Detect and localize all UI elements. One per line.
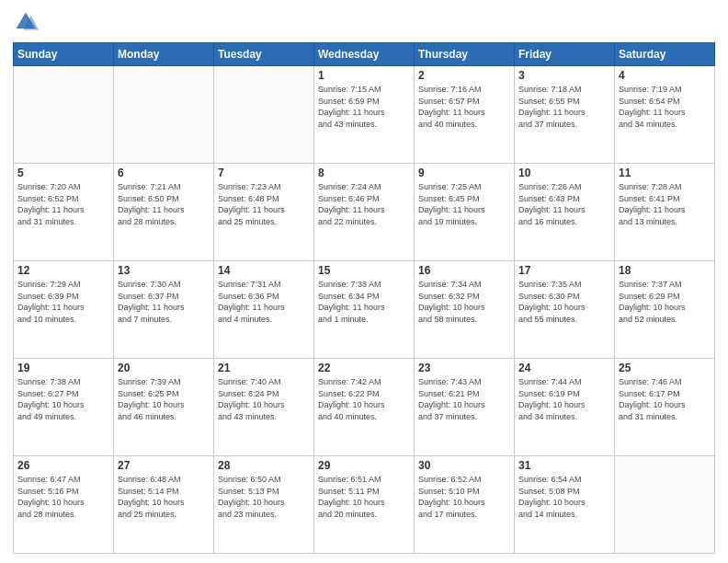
calendar-cell: 7Sunrise: 7:23 AM Sunset: 6:48 PM Daylig… bbox=[214, 164, 314, 261]
day-info: Sunrise: 7:16 AM Sunset: 6:57 PM Dayligh… bbox=[418, 84, 510, 130]
calendar-cell: 23Sunrise: 7:43 AM Sunset: 6:21 PM Dayli… bbox=[415, 359, 515, 456]
calendar-cell: 21Sunrise: 7:40 AM Sunset: 6:24 PM Dayli… bbox=[214, 359, 314, 456]
day-info: Sunrise: 7:33 AM Sunset: 6:34 PM Dayligh… bbox=[318, 279, 410, 325]
day-number: 4 bbox=[619, 69, 711, 82]
day-info: Sunrise: 7:31 AM Sunset: 6:36 PM Dayligh… bbox=[218, 279, 310, 325]
day-number: 17 bbox=[518, 264, 610, 277]
weekday-header-monday: Monday bbox=[114, 43, 214, 66]
calendar-week-row: 12Sunrise: 7:29 AM Sunset: 6:39 PM Dayli… bbox=[14, 261, 715, 359]
day-number: 12 bbox=[17, 264, 109, 277]
calendar-cell: 24Sunrise: 7:44 AM Sunset: 6:19 PM Dayli… bbox=[515, 359, 615, 456]
calendar-cell: 22Sunrise: 7:42 AM Sunset: 6:22 PM Dayli… bbox=[314, 359, 415, 456]
day-number: 15 bbox=[318, 264, 410, 277]
day-number: 19 bbox=[17, 362, 109, 374]
logo-icon bbox=[13, 9, 39, 35]
day-number: 23 bbox=[418, 362, 510, 374]
day-info: Sunrise: 7:43 AM Sunset: 6:21 PM Dayligh… bbox=[418, 376, 510, 422]
calendar-cell: 3Sunrise: 7:18 AM Sunset: 6:55 PM Daylig… bbox=[515, 66, 615, 164]
day-number: 2 bbox=[418, 69, 510, 82]
calendar-cell: 17Sunrise: 7:35 AM Sunset: 6:30 PM Dayli… bbox=[515, 261, 615, 359]
day-info: Sunrise: 6:51 AM Sunset: 5:11 PM Dayligh… bbox=[318, 474, 410, 520]
day-number: 26 bbox=[17, 459, 109, 472]
logo bbox=[13, 9, 42, 35]
calendar-week-row: 19Sunrise: 7:38 AM Sunset: 6:27 PM Dayli… bbox=[14, 359, 715, 456]
calendar-table: SundayMondayTuesdayWednesdayThursdayFrid… bbox=[13, 42, 715, 554]
day-info: Sunrise: 6:47 AM Sunset: 5:16 PM Dayligh… bbox=[17, 474, 109, 520]
day-info: Sunrise: 7:40 AM Sunset: 6:24 PM Dayligh… bbox=[218, 376, 310, 422]
day-number: 10 bbox=[518, 167, 610, 179]
day-info: Sunrise: 7:25 AM Sunset: 6:45 PM Dayligh… bbox=[418, 181, 510, 227]
calendar-week-row: 26Sunrise: 6:47 AM Sunset: 5:16 PM Dayli… bbox=[14, 456, 715, 554]
calendar-cell bbox=[14, 66, 114, 164]
weekday-header-row: SundayMondayTuesdayWednesdayThursdayFrid… bbox=[14, 43, 715, 66]
day-number: 9 bbox=[418, 167, 510, 179]
weekday-header-sunday: Sunday bbox=[14, 43, 114, 66]
weekday-header-friday: Friday bbox=[515, 43, 615, 66]
day-number: 6 bbox=[118, 167, 210, 179]
calendar-cell: 11Sunrise: 7:28 AM Sunset: 6:41 PM Dayli… bbox=[615, 164, 715, 261]
weekday-header-saturday: Saturday bbox=[615, 43, 715, 66]
day-info: Sunrise: 7:39 AM Sunset: 6:25 PM Dayligh… bbox=[118, 376, 210, 422]
day-info: Sunrise: 7:30 AM Sunset: 6:37 PM Dayligh… bbox=[118, 279, 210, 325]
calendar-cell: 29Sunrise: 6:51 AM Sunset: 5:11 PM Dayli… bbox=[314, 456, 415, 554]
calendar-cell bbox=[114, 66, 214, 164]
day-info: Sunrise: 7:46 AM Sunset: 6:17 PM Dayligh… bbox=[619, 376, 711, 422]
calendar-cell: 2Sunrise: 7:16 AM Sunset: 6:57 PM Daylig… bbox=[415, 66, 515, 164]
header bbox=[13, 9, 715, 35]
day-info: Sunrise: 7:18 AM Sunset: 6:55 PM Dayligh… bbox=[518, 84, 610, 130]
day-info: Sunrise: 7:15 AM Sunset: 6:59 PM Dayligh… bbox=[318, 84, 410, 130]
day-info: Sunrise: 7:44 AM Sunset: 6:19 PM Dayligh… bbox=[518, 376, 610, 422]
day-info: Sunrise: 7:29 AM Sunset: 6:39 PM Dayligh… bbox=[17, 279, 109, 325]
day-number: 24 bbox=[518, 362, 610, 374]
day-number: 28 bbox=[218, 459, 310, 472]
day-info: Sunrise: 7:23 AM Sunset: 6:48 PM Dayligh… bbox=[218, 181, 310, 227]
weekday-header-thursday: Thursday bbox=[415, 43, 515, 66]
calendar-week-row: 1Sunrise: 7:15 AM Sunset: 6:59 PM Daylig… bbox=[14, 66, 715, 164]
weekday-header-tuesday: Tuesday bbox=[214, 43, 314, 66]
day-number: 31 bbox=[518, 459, 610, 472]
day-info: Sunrise: 7:35 AM Sunset: 6:30 PM Dayligh… bbox=[518, 279, 610, 325]
day-info: Sunrise: 7:42 AM Sunset: 6:22 PM Dayligh… bbox=[318, 376, 410, 422]
day-info: Sunrise: 7:24 AM Sunset: 6:46 PM Dayligh… bbox=[318, 181, 410, 227]
calendar-cell: 14Sunrise: 7:31 AM Sunset: 6:36 PM Dayli… bbox=[214, 261, 314, 359]
day-info: Sunrise: 7:20 AM Sunset: 6:52 PM Dayligh… bbox=[17, 181, 109, 227]
day-number: 27 bbox=[118, 459, 210, 472]
calendar-week-row: 5Sunrise: 7:20 AM Sunset: 6:52 PM Daylig… bbox=[14, 164, 715, 261]
day-info: Sunrise: 6:50 AM Sunset: 5:13 PM Dayligh… bbox=[218, 474, 310, 520]
calendar-cell: 15Sunrise: 7:33 AM Sunset: 6:34 PM Dayli… bbox=[314, 261, 415, 359]
calendar-cell: 19Sunrise: 7:38 AM Sunset: 6:27 PM Dayli… bbox=[14, 359, 114, 456]
calendar-cell: 26Sunrise: 6:47 AM Sunset: 5:16 PM Dayli… bbox=[14, 456, 114, 554]
weekday-header-wednesday: Wednesday bbox=[314, 43, 415, 66]
calendar-cell: 1Sunrise: 7:15 AM Sunset: 6:59 PM Daylig… bbox=[314, 66, 415, 164]
calendar-cell: 27Sunrise: 6:48 AM Sunset: 5:14 PM Dayli… bbox=[114, 456, 214, 554]
calendar-cell: 16Sunrise: 7:34 AM Sunset: 6:32 PM Dayli… bbox=[415, 261, 515, 359]
calendar-cell: 4Sunrise: 7:19 AM Sunset: 6:54 PM Daylig… bbox=[615, 66, 715, 164]
day-number: 8 bbox=[318, 167, 410, 179]
calendar-cell: 5Sunrise: 7:20 AM Sunset: 6:52 PM Daylig… bbox=[14, 164, 114, 261]
calendar-cell: 9Sunrise: 7:25 AM Sunset: 6:45 PM Daylig… bbox=[415, 164, 515, 261]
day-number: 3 bbox=[518, 69, 610, 82]
calendar-cell: 25Sunrise: 7:46 AM Sunset: 6:17 PM Dayli… bbox=[615, 359, 715, 456]
day-number: 21 bbox=[218, 362, 310, 374]
calendar-cell: 28Sunrise: 6:50 AM Sunset: 5:13 PM Dayli… bbox=[214, 456, 314, 554]
day-number: 11 bbox=[619, 167, 711, 179]
calendar-cell: 18Sunrise: 7:37 AM Sunset: 6:29 PM Dayli… bbox=[615, 261, 715, 359]
calendar-cell: 8Sunrise: 7:24 AM Sunset: 6:46 PM Daylig… bbox=[314, 164, 415, 261]
day-number: 5 bbox=[17, 167, 109, 179]
day-number: 16 bbox=[418, 264, 510, 277]
day-number: 1 bbox=[318, 69, 410, 82]
day-info: Sunrise: 6:54 AM Sunset: 5:08 PM Dayligh… bbox=[518, 474, 610, 520]
day-number: 7 bbox=[218, 167, 310, 179]
day-info: Sunrise: 7:26 AM Sunset: 6:43 PM Dayligh… bbox=[518, 181, 610, 227]
day-number: 13 bbox=[118, 264, 210, 277]
day-number: 22 bbox=[318, 362, 410, 374]
day-info: Sunrise: 7:21 AM Sunset: 6:50 PM Dayligh… bbox=[118, 181, 210, 227]
day-info: Sunrise: 7:37 AM Sunset: 6:29 PM Dayligh… bbox=[619, 279, 711, 325]
day-number: 20 bbox=[118, 362, 210, 374]
day-number: 14 bbox=[218, 264, 310, 277]
calendar-cell bbox=[214, 66, 314, 164]
day-info: Sunrise: 7:34 AM Sunset: 6:32 PM Dayligh… bbox=[418, 279, 510, 325]
calendar-cell: 6Sunrise: 7:21 AM Sunset: 6:50 PM Daylig… bbox=[114, 164, 214, 261]
day-info: Sunrise: 6:48 AM Sunset: 5:14 PM Dayligh… bbox=[118, 474, 210, 520]
calendar-cell: 13Sunrise: 7:30 AM Sunset: 6:37 PM Dayli… bbox=[114, 261, 214, 359]
